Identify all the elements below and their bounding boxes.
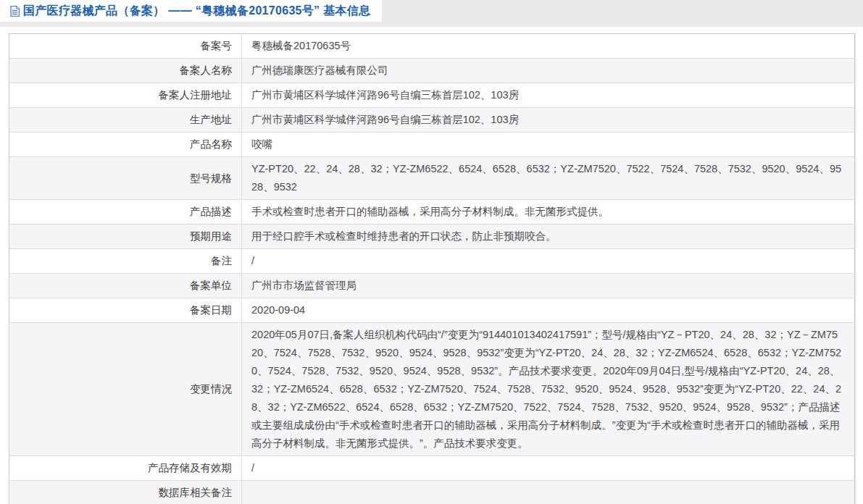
row-label: 数据库相关备注: [9, 481, 242, 504]
row-label: 备注: [9, 249, 242, 274]
row-value: 咬嘴: [242, 133, 855, 157]
row-label: 备案日期: [9, 298, 242, 323]
row-value: 广州市黄埔区科学城伴河路96号自编三栋首层102、103房: [242, 108, 855, 133]
row-label: 产品名称: [9, 133, 242, 157]
table-row: 产品描述 手术或检查时患者开口的辅助器械，采用高分子材料制成。非无菌形式提供。: [9, 200, 855, 224]
table-row: 产品存储及有效期 /: [9, 456, 855, 481]
table-row: 备案日期 2020-09-04: [9, 298, 855, 323]
row-label: 备案号: [9, 34, 242, 59]
row-value: 广州市黄埔区科学城伴河路96号自编三栋首层102、103房: [242, 83, 855, 108]
row-label: 备案人名称: [9, 59, 242, 83]
row-label: 备案单位: [9, 274, 242, 298]
info-table: 备案号 粤穗械备20170635号 备案人名称 广州德瑞康医疗器械有限公司 备案…: [9, 33, 855, 504]
table-row: 型号规格 YZ-PT20、22、24、28、32；YZ-ZM6522、6524、…: [9, 157, 855, 200]
table-row: 备案单位 广州市市场监督管理局: [9, 274, 855, 298]
row-value: 用于经口腔手术或检查时维持患者的开口状态，防止非预期咬合。: [242, 224, 855, 249]
row-value: /: [242, 249, 855, 274]
table-row: 预期用途 用于经口腔手术或检查时维持患者的开口状态，防止非预期咬合。: [9, 224, 855, 249]
row-value: 广州德瑞康医疗器械有限公司: [242, 59, 855, 83]
row-label: 变更情况: [9, 323, 242, 456]
page-title: 国产医疗器械产品（备案） —— “粤穗械备20170635号” 基本信息: [23, 4, 370, 19]
table-row: 生产地址 广州市黄埔区科学城伴河路96号自编三栋首层102、103房: [9, 108, 855, 133]
row-label: 型号规格: [9, 157, 242, 200]
table-row: 备案号 粤穗械备20170635号: [9, 34, 855, 59]
table-row: 产品名称 咬嘴: [9, 133, 855, 157]
row-value: 手术或检查时患者开口的辅助器械，采用高分子材料制成。非无菌形式提供。: [242, 200, 855, 224]
table-row: 备注 /: [9, 249, 855, 274]
row-value: 2020-09-04: [242, 298, 855, 323]
page: 国产医疗器械产品（备案） —— “粤穗械备20170635号” 基本信息 备案号…: [0, 0, 863, 504]
row-value: YZ-PT20、22、24、28、32；YZ-ZM6522、6524、6528、…: [242, 157, 855, 200]
row-value: [242, 481, 855, 504]
row-value: /: [242, 456, 855, 481]
row-value: 广州市市场监督管理局: [242, 274, 855, 298]
document-icon: [9, 5, 20, 17]
header-bar: 国产医疗器械产品（备案） —— “粤穗械备20170635号” 基本信息: [0, 0, 863, 27]
page-title-tab: 国产医疗器械产品（备案） —— “粤穗械备20170635号” 基本信息: [0, 0, 382, 22]
row-value: 粤穗械备20170635号: [242, 34, 855, 59]
table-row: 变更情况 2020年05月07日,备案人组织机构代码由“/”变更为“914401…: [9, 323, 855, 456]
row-label: 预期用途: [9, 224, 242, 249]
table-row: 数据库相关备注: [9, 481, 855, 504]
row-label: 产品描述: [9, 200, 242, 224]
row-label: 生产地址: [9, 108, 242, 133]
row-label: 备案人注册地址: [9, 83, 242, 108]
row-label: 产品存储及有效期: [9, 456, 242, 481]
row-value: 2020年05月07日,备案人组织机构代码由“/”变更为“91440101340…: [242, 323, 855, 456]
content-area: 备案号 粤穗械备20170635号 备案人名称 广州德瑞康医疗器械有限公司 备案…: [0, 27, 863, 504]
info-table-body: 备案号 粤穗械备20170635号 备案人名称 广州德瑞康医疗器械有限公司 备案…: [9, 34, 855, 504]
table-row: 备案人注册地址 广州市黄埔区科学城伴河路96号自编三栋首层102、103房: [9, 83, 855, 108]
table-row: 备案人名称 广州德瑞康医疗器械有限公司: [9, 59, 855, 83]
